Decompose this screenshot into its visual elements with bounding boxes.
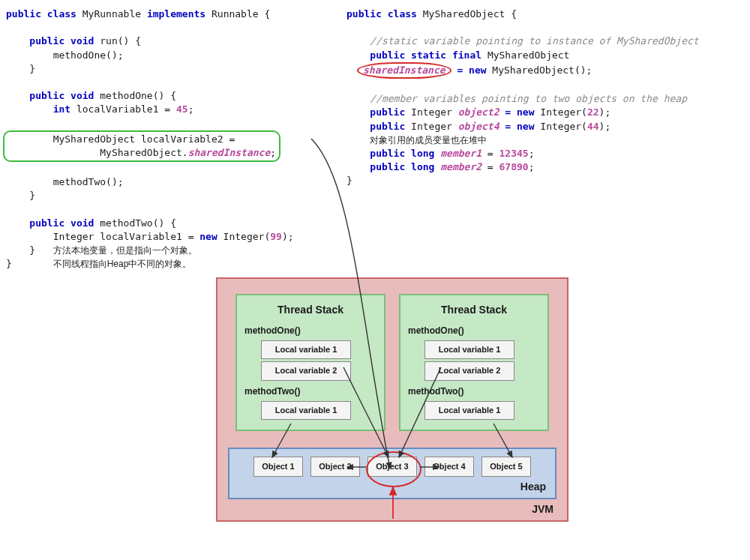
thread-stack-2: Thread Stack methodOne() Local variable … bbox=[399, 294, 549, 431]
heap-object-4: Object 4 bbox=[424, 457, 474, 477]
jvm-box: Thread Stack methodOne() Local variable … bbox=[216, 277, 568, 522]
red-circle-sharedinstance: sharedInstance bbox=[357, 62, 452, 79]
stack2-m1-lv2: Local variable 2 bbox=[424, 361, 514, 380]
method-two-label: methodTwo() bbox=[408, 385, 542, 398]
code-columns: public class MyRunnable implements Runna… bbox=[6, 7, 744, 271]
stack1-m1-lv1: Local variable 1 bbox=[261, 340, 351, 359]
shared-object-class-code: public class MySharedObject { //static v… bbox=[346, 7, 744, 187]
heap-label: Heap bbox=[236, 480, 549, 495]
jvm-diagram: Thread Stack methodOne() Local variable … bbox=[216, 277, 576, 522]
heap-box: Object 1 Object 2 Object 3 Object 4 Obje… bbox=[228, 448, 556, 499]
heap-object-3: Object 3 bbox=[368, 457, 417, 477]
stack2-m1-lv1: Local variable 1 bbox=[424, 340, 514, 359]
thread-stack-1: Thread Stack methodOne() Local variable … bbox=[236, 294, 386, 431]
stack-title: Thread Stack bbox=[243, 303, 378, 318]
stack2-m2-lv1: Local variable 1 bbox=[424, 401, 514, 420]
method-one-label: methodOne() bbox=[244, 325, 378, 337]
right-code-block: public class MySharedObject { //static v… bbox=[346, 7, 744, 271]
heap-object-5: Object 5 bbox=[482, 457, 531, 477]
stack1-m1-lv2: Local variable 2 bbox=[261, 361, 351, 380]
runnable-class-code: public class MyRunnable implements Runna… bbox=[6, 7, 328, 271]
green-highlight-box: MySharedObject localVariable2 = MyShared… bbox=[3, 130, 280, 162]
left-code-block: public class MyRunnable implements Runna… bbox=[6, 7, 328, 271]
method-two-label: methodTwo() bbox=[244, 385, 378, 398]
jvm-label: JVM bbox=[228, 502, 556, 517]
method-one-label: methodOne() bbox=[408, 325, 542, 337]
stack-title: Thread Stack bbox=[406, 303, 542, 318]
stack1-m2-lv1: Local variable 1 bbox=[261, 401, 351, 420]
heap-object-1: Object 1 bbox=[254, 457, 303, 477]
heap-object-2: Object 2 bbox=[310, 457, 360, 477]
